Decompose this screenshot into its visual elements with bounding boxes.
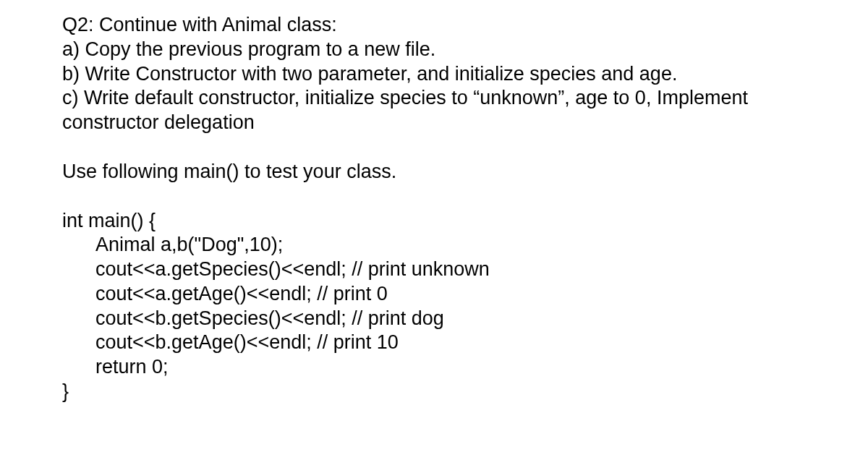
code-line: cout<<a.getAge()<<endl; // print 0	[62, 282, 868, 307]
blank-line	[62, 135, 868, 160]
code-line: cout<<b.getAge()<<endl; // print 10	[62, 331, 868, 355]
text-line: Q2: Continue with Animal class:	[62, 13, 868, 38]
code-line: cout<<b.getSpecies()<<endl; // print dog	[62, 307, 868, 331]
code-line: return 0;	[62, 355, 868, 380]
blank-line	[62, 184, 868, 209]
text-line: Use following main() to test your class.	[62, 160, 868, 184]
code-line: }	[62, 380, 868, 404]
code-line: cout<<a.getSpecies()<<endl; // print unk…	[62, 257, 868, 282]
text-line: c) Write default constructor, initialize…	[62, 86, 868, 111]
text-line: a) Copy the previous program to a new fi…	[62, 38, 868, 62]
text-line: b) Write Constructor with two parameter,…	[62, 62, 868, 87]
code-line: Animal a,b("Dog",10);	[62, 233, 868, 257]
document-body: Q2: Continue with Animal class: a) Copy …	[0, 0, 868, 404]
code-line: int main() {	[62, 209, 868, 234]
text-line: constructor delegation	[62, 111, 868, 135]
